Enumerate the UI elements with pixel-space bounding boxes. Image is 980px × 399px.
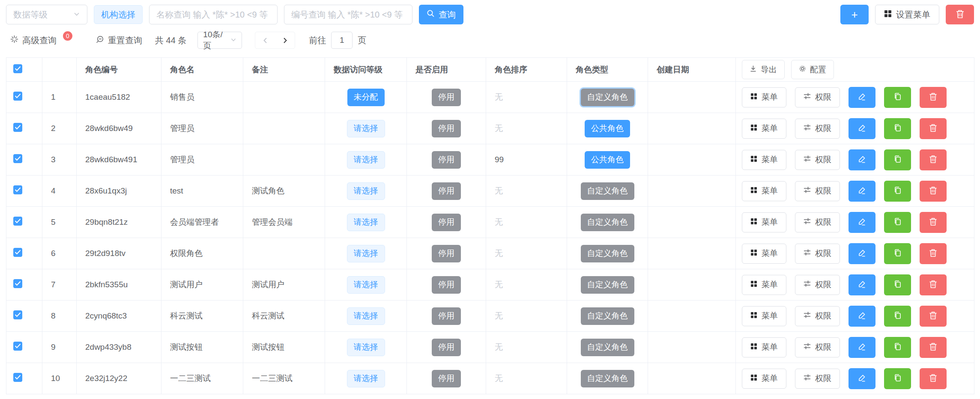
access-level-button[interactable]: 请选择 <box>347 276 385 294</box>
permission-button[interactable]: 权限 <box>795 244 840 264</box>
row-checkbox[interactable] <box>13 373 22 382</box>
edit-button[interactable] <box>849 368 875 389</box>
menu-button[interactable]: 菜单 <box>742 275 786 295</box>
menu-setup-button[interactable]: 设置菜单 <box>875 5 939 24</box>
delete-button[interactable] <box>920 149 947 170</box>
goto-page-input[interactable] <box>331 32 353 49</box>
role-type-tag[interactable]: 自定义角色 <box>581 245 634 262</box>
role-type-tag[interactable]: 自定义角色 <box>581 89 634 106</box>
add-button[interactable]: + <box>840 5 869 24</box>
delete-button[interactable] <box>920 212 947 233</box>
menu-button[interactable]: 菜单 <box>742 87 786 107</box>
role-type-tag[interactable]: 自定义角色 <box>581 214 634 231</box>
delete-button[interactable] <box>920 368 947 389</box>
edit-button[interactable] <box>849 243 875 264</box>
select-all-checkbox[interactable] <box>13 64 22 73</box>
role-type-tag[interactable]: 自定义角色 <box>581 307 634 325</box>
menu-button[interactable]: 菜单 <box>742 244 786 264</box>
permission-button[interactable]: 权限 <box>795 306 840 326</box>
advanced-query-button[interactable]: 高级查询 0 <box>10 35 73 46</box>
menu-button[interactable]: 菜单 <box>742 369 786 389</box>
access-level-button[interactable]: 请选择 <box>347 214 385 231</box>
export-button[interactable]: 导出 <box>742 60 785 79</box>
permission-button[interactable]: 权限 <box>795 275 840 295</box>
menu-button[interactable]: 菜单 <box>742 181 786 201</box>
delete-button[interactable] <box>920 243 947 264</box>
edit-button[interactable] <box>849 306 875 327</box>
role-type-tag[interactable]: 公共角色 <box>585 151 630 169</box>
menu-button[interactable]: 菜单 <box>742 306 786 326</box>
role-type-tag[interactable]: 公共角色 <box>585 120 630 137</box>
org-select-button[interactable]: 机构选择 <box>94 5 143 24</box>
access-level-button[interactable]: 请选择 <box>347 370 385 387</box>
role-type-tag[interactable]: 自定义角色 <box>581 339 634 356</box>
name-search-input[interactable] <box>149 5 278 24</box>
reset-query-button[interactable]: 重置查询 <box>96 35 142 46</box>
edit-button[interactable] <box>849 181 875 202</box>
permission-button[interactable]: 权限 <box>795 87 840 107</box>
role-type-tag[interactable]: 自定义角色 <box>581 182 634 200</box>
edit-button[interactable] <box>849 87 875 108</box>
delete-button[interactable] <box>920 274 947 295</box>
access-level-button[interactable]: 请选择 <box>347 151 385 169</box>
permission-button[interactable]: 权限 <box>795 337 840 357</box>
menu-button[interactable]: 菜单 <box>742 337 786 357</box>
role-type-tag[interactable]: 自定义角色 <box>581 370 634 387</box>
row-checkbox[interactable] <box>13 92 22 101</box>
enabled-button[interactable]: 停用 <box>432 214 461 231</box>
access-level-button[interactable]: 未分配 <box>347 89 385 106</box>
delete-button[interactable] <box>920 337 947 358</box>
row-checkbox[interactable] <box>13 154 22 163</box>
access-level-button[interactable]: 请选择 <box>347 182 385 200</box>
prev-page-button[interactable] <box>255 32 275 48</box>
menu-button[interactable]: 菜单 <box>742 212 786 232</box>
delete-button[interactable] <box>920 306 947 327</box>
copy-button[interactable] <box>884 274 911 295</box>
enabled-button[interactable]: 停用 <box>432 182 461 200</box>
role-type-tag[interactable]: 自定义角色 <box>581 276 634 294</box>
access-level-button[interactable]: 请选择 <box>347 339 385 356</box>
row-checkbox[interactable] <box>13 342 22 351</box>
next-page-button[interactable] <box>275 32 295 48</box>
access-level-button[interactable]: 请选择 <box>347 245 385 262</box>
enabled-button[interactable]: 停用 <box>432 151 461 169</box>
permission-button[interactable]: 权限 <box>795 212 840 232</box>
row-checkbox[interactable] <box>13 185 22 194</box>
query-button[interactable]: 查询 <box>419 5 463 24</box>
enabled-button[interactable]: 停用 <box>432 339 461 356</box>
copy-button[interactable] <box>884 149 911 170</box>
edit-button[interactable] <box>849 212 875 233</box>
copy-button[interactable] <box>884 306 911 327</box>
delete-button[interactable] <box>920 118 947 139</box>
copy-button[interactable] <box>884 368 911 389</box>
enabled-button[interactable]: 停用 <box>432 370 461 387</box>
permission-button[interactable]: 权限 <box>795 119 840 139</box>
data-level-select[interactable]: 数据等级 <box>6 5 87 24</box>
delete-button[interactable] <box>920 181 947 202</box>
row-checkbox[interactable] <box>13 310 22 319</box>
permission-button[interactable]: 权限 <box>795 150 840 170</box>
enabled-button[interactable]: 停用 <box>432 276 461 294</box>
copy-button[interactable] <box>884 118 911 139</box>
menu-button[interactable]: 菜单 <box>742 150 786 170</box>
copy-button[interactable] <box>884 212 911 233</box>
access-level-button[interactable]: 请选择 <box>347 120 385 137</box>
code-search-input[interactable] <box>284 5 412 24</box>
copy-button[interactable] <box>884 243 911 264</box>
edit-button[interactable] <box>849 149 875 170</box>
config-button[interactable]: 配置 <box>791 60 834 79</box>
permission-button[interactable]: 权限 <box>795 369 840 389</box>
permission-button[interactable]: 权限 <box>795 181 840 201</box>
delete-button[interactable] <box>920 87 947 108</box>
copy-button[interactable] <box>884 87 911 108</box>
enabled-button[interactable]: 停用 <box>432 120 461 137</box>
enabled-button[interactable]: 停用 <box>432 245 461 262</box>
copy-button[interactable] <box>884 181 911 202</box>
menu-button[interactable]: 菜单 <box>742 119 786 139</box>
batch-delete-button[interactable] <box>946 5 974 24</box>
edit-button[interactable] <box>849 118 875 139</box>
row-checkbox[interactable] <box>13 123 22 132</box>
copy-button[interactable] <box>884 337 911 358</box>
enabled-button[interactable]: 停用 <box>432 89 461 106</box>
access-level-button[interactable]: 请选择 <box>347 307 385 325</box>
